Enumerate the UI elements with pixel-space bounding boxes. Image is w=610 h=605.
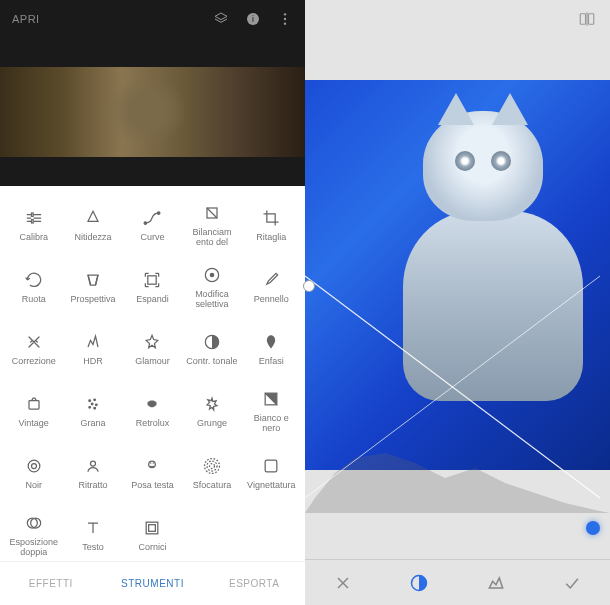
more-icon[interactable] [277,11,293,27]
tab-effetti[interactable]: EFFETTI [0,562,102,605]
tool-calibra[interactable]: Calibra [4,194,63,256]
tool-ritratto[interactable]: Ritratto [63,442,122,504]
prospettiva-icon [83,270,103,290]
tool-label: Ritaglia [256,233,286,243]
modifica-selettiva-icon [202,265,222,285]
svg-point-19 [94,399,96,401]
ritratto-icon [83,456,103,476]
tool-label: Cornici [138,543,166,553]
tool-label: Bianco e nero [245,414,297,434]
sfocatura-icon [202,456,222,476]
svg-rect-13 [148,275,156,283]
curve-icon [142,208,162,228]
tool-hdr[interactable]: HDR [63,318,122,380]
svg-text:i: i [252,14,254,24]
contr-tonale-icon [202,332,222,352]
tool-label: Grana [81,419,106,429]
topbar-icons: i [213,11,293,27]
tool-ritaglia[interactable]: Ritaglia [242,194,301,256]
svg-point-3 [284,18,286,20]
tool-label: Esposizione doppia [8,538,60,558]
tool-bilanciamento[interactable]: Bilanciam ento del [182,194,241,256]
svg-point-2 [284,13,286,15]
svg-point-30 [207,461,217,471]
tool-label: Nitidezza [75,233,112,243]
ruota-icon [24,270,44,290]
contrast-mode-button[interactable] [401,565,437,601]
tool-bianco-nero[interactable]: Bianco e nero [242,380,301,442]
svg-line-11 [88,275,91,285]
tool-vignettatura[interactable]: Vignettatura [242,442,301,504]
esposizione-doppia-icon [24,513,44,533]
tool-label: Vintage [19,419,49,429]
tool-testo[interactable]: Testo [63,504,122,561]
tool-label: Glamour [135,357,170,367]
apply-button[interactable] [554,565,590,601]
svg-point-8 [158,211,161,214]
tool-esposizione-doppia[interactable]: Esposizione doppia [4,504,63,561]
tool-pennello[interactable]: Pennello [242,256,301,318]
tool-contr-tonale[interactable]: Contr. tonale [182,318,241,380]
svg-rect-37 [580,14,585,25]
tool-enfasi[interactable]: Enfasi [242,318,301,380]
noir-icon [24,456,44,476]
hdr-icon [83,332,103,352]
tool-label: Contr. tonale [186,357,237,367]
preview-thumbnail [0,67,305,157]
close-button[interactable] [325,565,361,601]
vintage-icon [24,394,44,414]
retrolux-icon [142,394,162,414]
espandi-icon [142,270,162,290]
tool-label: Correzione [12,357,56,367]
tool-retrolux[interactable]: Retrolux [123,380,182,442]
tool-modifica-selettiva[interactable]: Modifica selettiva [182,256,241,318]
bianco-nero-icon [261,389,281,409]
grana-icon [83,394,103,414]
tool-vintage[interactable]: Vintage [4,380,63,442]
tool-curve[interactable]: Curve [123,194,182,256]
tool-label: Curve [140,233,164,243]
left-panel: APRI i CalibraNitidezzaCurveBilanciam en… [0,0,305,605]
pennello-icon [261,270,281,290]
tool-correzione[interactable]: Correzione [4,318,63,380]
testo-icon [83,518,103,538]
tool-ruota[interactable]: Ruota [4,256,63,318]
svg-point-18 [89,399,91,401]
info-icon[interactable]: i [245,11,261,27]
tool-noir[interactable]: Noir [4,442,63,504]
tool-nitidezza[interactable]: Nitidezza [63,194,122,256]
tool-grunge[interactable]: Grunge [182,380,241,442]
svg-point-21 [96,404,98,406]
tool-grana[interactable]: Grana [63,380,122,442]
bottom-tabs: EFFETTISTRUMENTIESPORTA [0,561,305,605]
svg-point-29 [209,463,214,468]
bilanciamento-icon [202,203,222,223]
tab-esporta[interactable]: ESPORTA [203,562,305,605]
tool-label: Calibra [19,233,48,243]
svg-point-27 [91,461,96,466]
tool-posa-testa[interactable]: Posa testa [123,442,182,504]
tab-strumenti[interactable]: STRUMENTI [102,562,204,605]
tool-cornici[interactable]: Cornici [123,504,182,561]
layers-icon[interactable] [213,11,229,27]
tool-sfocatura[interactable]: Sfocatura [182,442,241,504]
tool-label: Ruota [22,295,46,305]
tool-label: Sfocatura [193,481,232,491]
svg-point-7 [145,221,148,224]
svg-line-12 [96,275,99,285]
svg-rect-36 [149,524,156,531]
right-panel [305,0,610,605]
tool-espandi[interactable]: Espandi [123,256,182,318]
vignettatura-icon [261,456,281,476]
compare-icon[interactable] [578,10,596,28]
svg-point-25 [28,460,40,472]
correzione-icon [24,332,44,352]
ritaglia-icon [261,208,281,228]
levels-mode-button[interactable] [478,565,514,601]
curve-handle-bottom[interactable] [586,521,600,535]
tool-glamour[interactable]: Glamour [123,318,182,380]
open-label[interactable]: APRI [12,13,213,25]
tool-prospettiva[interactable]: Prospettiva [63,256,122,318]
image-preview [0,38,305,186]
curve-handle-top[interactable] [303,280,315,292]
